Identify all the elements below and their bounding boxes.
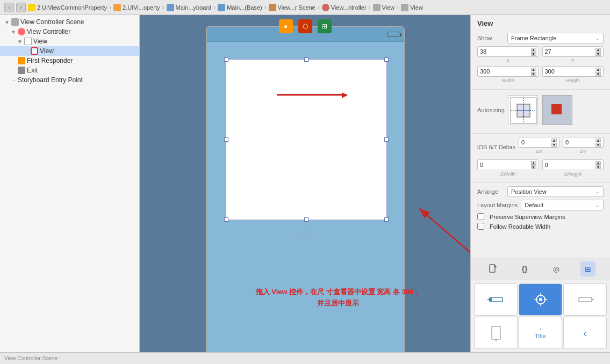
arrow-icon-sp: →: [11, 77, 16, 83]
strip-pin-right[interactable]: [563, 283, 607, 316]
aw-value: 0: [480, 162, 483, 168]
y-decrement[interactable]: ▼: [595, 52, 601, 56]
ay-inc[interactable]: ▲: [595, 139, 601, 142]
strip-arrow-back[interactable]: ‹: [563, 317, 607, 349]
x-increment[interactable]: ▲: [531, 48, 536, 52]
width-field[interactable]: 300 ▲ ▼: [477, 66, 539, 77]
tree-item-fr[interactable]: ▶ First Responder: [0, 56, 139, 65]
ax-value: 0: [521, 139, 525, 145]
tree-item-sbentry[interactable]: → Storyboard Entry Point: [0, 75, 139, 85]
handle-tc[interactable]: [304, 57, 308, 62]
breadcrumb-item-7[interactable]: View: [373, 4, 395, 11]
breadcrumb-item-5[interactable]: View...r Scene: [269, 4, 315, 11]
arrange-dropdown[interactable]: Position View ⌄: [507, 186, 604, 197]
tab-braces-icon[interactable]: {}: [517, 261, 532, 276]
scene-tree-icon: [11, 18, 19, 26]
ah-inc[interactable]: ▲: [595, 161, 601, 165]
ax-field[interactable]: 0 ▲ ▼: [519, 137, 559, 148]
gray-arrow: →: [296, 224, 308, 239]
ay-field[interactable]: 0 ▲ ▼: [563, 137, 604, 148]
tab-attributes-icon[interactable]: ⊞: [580, 261, 595, 276]
handle-ml[interactable]: [224, 137, 228, 142]
strip-pin-left[interactable]: [474, 283, 518, 316]
ax-inc[interactable]: ▲: [551, 139, 557, 142]
preserve-checkbox[interactable]: [477, 213, 484, 220]
svg-rect-26: [492, 326, 500, 339]
ax-stepper[interactable]: ▲ ▼: [551, 139, 557, 147]
tb-orange-button[interactable]: ●: [279, 19, 293, 33]
handle-br[interactable]: [384, 217, 389, 222]
tb-green-button[interactable]: ⊞: [318, 19, 332, 33]
tree-item-exit[interactable]: ▶ Exit: [0, 65, 139, 75]
x-field[interactable]: 38 ▲ ▼: [477, 46, 539, 57]
ay-dec[interactable]: ▼: [595, 143, 601, 147]
inspector-panel: View Show Frame Rectangle ⌄ 38: [470, 15, 610, 352]
icon-strip: ‹ Title ‹: [471, 280, 610, 352]
aw-field-group: 0 ▲ ▼ ΔWidth: [477, 159, 539, 177]
exit-icon: [18, 67, 25, 74]
breadcrumb-item-3[interactable]: Main...yboard: [167, 4, 212, 11]
handle-tl[interactable]: [224, 57, 228, 62]
w-decrement[interactable]: ▼: [531, 72, 536, 76]
tab-file-icon[interactable]: [485, 261, 500, 276]
ios-deltas-wh: 0 ▲ ▼ ΔWidth 0 ▲: [477, 159, 604, 177]
w-stepper[interactable]: ▲ ▼: [531, 68, 536, 76]
layout-margins-dropdown[interactable]: Default ⌄: [521, 200, 604, 210]
tree-item-view-selected[interactable]: ▶ View: [0, 46, 139, 56]
h-stepper[interactable]: ▲ ▼: [595, 68, 601, 76]
svg-line-1: [419, 208, 470, 278]
tree-item-scene[interactable]: ▼ View Controller Scene: [0, 17, 139, 27]
ah-stepper[interactable]: ▲ ▼: [595, 161, 601, 169]
braces-icon: {}: [522, 265, 528, 273]
canvas-area[interactable]: ● ⬡ ⊞: [140, 15, 470, 352]
y-increment[interactable]: ▲: [595, 48, 601, 52]
xy-fields: 38 ▲ ▼ X 27 ▲ ▼: [477, 46, 604, 63]
ah-field[interactable]: 0 ▲ ▼: [542, 159, 604, 170]
aw-stepper[interactable]: ▲ ▼: [531, 161, 536, 169]
ax-dec[interactable]: ▼: [551, 143, 557, 147]
nav-back-button[interactable]: ‹: [4, 3, 14, 12]
aw-field[interactable]: 0 ▲ ▼: [477, 159, 539, 170]
arrange-chevron-icon: ⌄: [595, 189, 600, 194]
inner-view[interactable]: [226, 59, 387, 220]
h-decrement[interactable]: ▼: [595, 72, 601, 76]
strip-title[interactable]: ‹ Title: [519, 317, 562, 349]
breadcrumb-item-8[interactable]: View: [401, 4, 423, 11]
handle-bc[interactable]: [304, 217, 308, 222]
ah-dec[interactable]: ▼: [595, 165, 601, 169]
breadcrumb-item-6[interactable]: View...ntroller: [322, 4, 367, 11]
tab-identity-icon[interactable]: ◎: [549, 261, 564, 276]
w-increment[interactable]: ▲: [531, 68, 536, 71]
nav-forward-button[interactable]: ›: [16, 3, 26, 12]
handle-mr[interactable]: [384, 137, 389, 142]
aw-inc[interactable]: ▲: [531, 161, 536, 165]
tree-item-view-parent[interactable]: ▼ View: [0, 37, 139, 46]
breadcrumb-item-2[interactable]: 2.UIVi...operty: [113, 4, 160, 11]
w-field-group: 300 ▲ ▼ Width: [477, 66, 539, 83]
show-dropdown[interactable]: Frame Rectangle ⌄: [507, 33, 604, 43]
strip-pin-bottom[interactable]: [474, 317, 518, 349]
handle-tr[interactable]: [384, 57, 389, 62]
handle-bl[interactable]: [224, 217, 228, 222]
breadcrumb-item-4[interactable]: Main...(Base): [218, 4, 262, 11]
h-increment[interactable]: ▲: [595, 68, 601, 71]
strip-pin-center[interactable]: [519, 283, 562, 316]
y-stepper[interactable]: ▲ ▼: [595, 48, 601, 56]
height-field[interactable]: 300 ▲ ▼: [542, 66, 604, 77]
tree-item-vc[interactable]: ▼ View Controller: [0, 27, 139, 37]
autosizing-control[interactable]: [508, 95, 538, 125]
y-field[interactable]: 27 ▲ ▼: [542, 46, 604, 57]
breadcrumb-item-1[interactable]: 2.UIViewCommonProperty: [28, 4, 107, 11]
x-stepper[interactable]: ▲ ▼: [531, 48, 536, 56]
ios-deltas-section: iOS 6/7 Deltas 0 ▲ ▼ ΔX: [471, 134, 610, 183]
bottom-status: View Controller Scene: [4, 355, 58, 361]
ax-label: ΔX: [536, 149, 542, 154]
ay-stepper[interactable]: ▲ ▼: [595, 139, 601, 147]
tb-red-button[interactable]: ⬡: [298, 19, 312, 33]
aw-dec[interactable]: ▼: [531, 165, 536, 169]
chevron-down-icon: ⌄: [595, 35, 600, 41]
bottom-bar: View Controller Scene: [0, 352, 610, 364]
x-decrement[interactable]: ▼: [531, 52, 536, 56]
readable-checkbox[interactable]: [477, 223, 484, 230]
y-label: Y: [571, 58, 575, 63]
